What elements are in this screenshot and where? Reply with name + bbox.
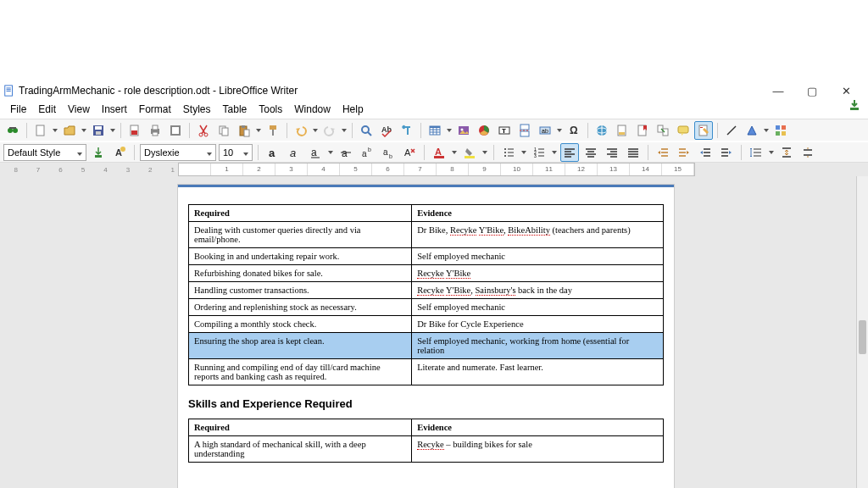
cell-evidence[interactable]: Dr Bike, Recyke Y'Bike, BikeAbility (tea… bbox=[412, 222, 664, 248]
undo-dropdown[interactable] bbox=[312, 129, 319, 132]
underline-button[interactable]: a bbox=[306, 143, 325, 162]
insert-footnote-button[interactable] bbox=[613, 121, 632, 140]
insert-bookmark-button[interactable] bbox=[633, 121, 652, 140]
cell-required[interactable]: Dealing with customer queries directly a… bbox=[189, 222, 412, 248]
font-name-combo[interactable]: Dyslexie bbox=[140, 144, 216, 161]
insert-chart-button[interactable] bbox=[475, 121, 493, 140]
clear-formatting-button[interactable]: A bbox=[400, 143, 419, 162]
redo-dropdown[interactable] bbox=[341, 129, 348, 132]
basic-shapes-button[interactable] bbox=[743, 121, 761, 140]
bullet-list-dropdown[interactable] bbox=[520, 151, 527, 154]
cell-required[interactable]: Compiling a monthly stock check. bbox=[189, 316, 412, 333]
font-color-button[interactable]: A bbox=[430, 143, 448, 162]
update-style-button[interactable] bbox=[89, 143, 108, 162]
clone-formatting-button[interactable] bbox=[264, 121, 282, 140]
open-dropdown[interactable] bbox=[81, 129, 87, 132]
outline-right-button[interactable] bbox=[675, 143, 693, 162]
insert-line-button[interactable] bbox=[722, 121, 741, 140]
menu-view[interactable]: View bbox=[63, 102, 95, 117]
cell-required[interactable]: Refurbishing donated bikes for sale. bbox=[189, 265, 412, 282]
maximize-button[interactable]: ▢ bbox=[802, 85, 822, 97]
align-left-button[interactable] bbox=[560, 143, 579, 162]
export-pdf-button[interactable] bbox=[125, 121, 144, 140]
menu-help[interactable]: Help bbox=[337, 102, 369, 117]
menu-edit[interactable]: Edit bbox=[33, 102, 61, 117]
highlight-dropdown[interactable] bbox=[481, 151, 488, 154]
bold-button[interactable]: a bbox=[264, 143, 282, 162]
menu-tools[interactable]: Tools bbox=[253, 102, 287, 117]
cell-required[interactable]: Handling customer transactions. bbox=[189, 282, 412, 299]
subscript-button[interactable]: ab bbox=[379, 143, 398, 162]
cell-evidence[interactable]: Self employed mechanic bbox=[412, 299, 664, 316]
table-row[interactable]: Handling customer transactions.Recyke Y'… bbox=[189, 282, 664, 299]
insert-field-button[interactable]: ab bbox=[536, 121, 554, 140]
table-row[interactable]: Ordering and replenishing stock as neces… bbox=[189, 299, 664, 316]
decrease-indent-button[interactable] bbox=[696, 143, 715, 162]
scrollbar-thumb[interactable] bbox=[859, 320, 866, 354]
cell-evidence[interactable]: Literate and numerate. Fast learner. bbox=[412, 359, 664, 385]
number-list-button[interactable]: 123 bbox=[530, 143, 548, 162]
table-row[interactable]: Dealing with customer queries directly a… bbox=[189, 222, 664, 248]
menu-insert[interactable]: Insert bbox=[97, 102, 132, 117]
table-row[interactable]: A high standard of mechanical skill, wit… bbox=[189, 436, 664, 463]
close-button[interactable]: ✕ bbox=[836, 85, 856, 97]
vertical-scrollbar[interactable] bbox=[856, 176, 868, 488]
redo-button[interactable] bbox=[320, 121, 339, 140]
table-row[interactable]: Booking in and undertaking repair work.S… bbox=[189, 248, 664, 265]
menu-table[interactable]: Table bbox=[218, 102, 253, 117]
find-replace-button[interactable] bbox=[3, 121, 22, 140]
cell-evidence[interactable]: Recyke – building bikes for sale bbox=[412, 436, 664, 463]
line-spacing-button[interactable] bbox=[747, 143, 765, 162]
table-row[interactable]: Compiling a monthly stock check.Dr Bike … bbox=[189, 316, 664, 333]
strikethrough-button[interactable]: a bbox=[337, 143, 355, 162]
new-dropdown[interactable] bbox=[52, 129, 58, 132]
track-changes-button[interactable] bbox=[694, 121, 713, 140]
menu-format[interactable]: Format bbox=[134, 102, 176, 117]
menu-file[interactable]: File bbox=[5, 102, 31, 117]
align-right-button[interactable] bbox=[603, 143, 621, 162]
undo-button[interactable] bbox=[292, 121, 310, 140]
font-size-combo[interactable]: 10 bbox=[219, 144, 253, 161]
paste-dropdown[interactable] bbox=[255, 129, 262, 132]
insert-comment-button[interactable] bbox=[674, 121, 693, 140]
cell-evidence[interactable]: Recyke Y'Bike, Sainsbury's back in the d… bbox=[412, 282, 664, 299]
cell-required[interactable]: A high standard of mechanical skill, wit… bbox=[189, 436, 412, 463]
formatting-marks-button[interactable] bbox=[398, 121, 416, 140]
decrease-para-spacing-button[interactable] bbox=[798, 143, 817, 162]
show-draw-functions-button[interactable] bbox=[771, 121, 790, 140]
requirements-table-1[interactable]: Required Evidence Dealing with customer … bbox=[188, 204, 664, 385]
print-preview-button[interactable] bbox=[166, 121, 185, 140]
cell-evidence[interactable]: Self employed mechanic bbox=[412, 248, 664, 265]
insert-field-dropdown[interactable] bbox=[556, 129, 563, 132]
menu-styles[interactable]: Styles bbox=[178, 102, 216, 117]
spellcheck-button[interactable]: Ab bbox=[377, 121, 396, 140]
save-dropdown[interactable] bbox=[109, 129, 116, 132]
cell-required[interactable]: Ordering and replenishing stock as neces… bbox=[189, 299, 412, 316]
cut-button[interactable] bbox=[194, 121, 213, 140]
table-row[interactable]: Running and compiling end of day till/ca… bbox=[189, 359, 664, 385]
align-center-button[interactable] bbox=[581, 143, 600, 162]
bullet-list-button[interactable] bbox=[499, 143, 518, 162]
new-style-button[interactable]: A bbox=[110, 143, 129, 162]
underline-dropdown[interactable] bbox=[327, 151, 334, 154]
cell-required[interactable]: Running and compiling end of day till/ca… bbox=[189, 359, 412, 385]
font-color-dropdown[interactable] bbox=[451, 151, 458, 154]
cell-required[interactable]: Ensuring the shop area is kept clean. bbox=[189, 333, 412, 359]
print-button[interactable] bbox=[146, 121, 164, 140]
insert-cross-ref-button[interactable] bbox=[654, 121, 672, 140]
find-toolbar-button[interactable] bbox=[357, 121, 376, 140]
highlight-button[interactable] bbox=[460, 143, 479, 162]
increase-para-spacing-button[interactable] bbox=[777, 143, 796, 162]
insert-textbox-button[interactable]: T bbox=[495, 121, 514, 140]
insert-symbol-button[interactable]: Ω bbox=[565, 121, 583, 140]
insert-table-dropdown[interactable] bbox=[446, 129, 453, 132]
superscript-button[interactable]: ab bbox=[358, 143, 376, 162]
line-spacing-dropdown[interactable] bbox=[768, 151, 775, 154]
cell-required[interactable]: Booking in and undertaking repair work. bbox=[189, 248, 412, 265]
justify-button[interactable] bbox=[624, 143, 643, 162]
horizontal-ruler[interactable]: 13121110987654321 123456789101112131415 bbox=[0, 163, 868, 176]
new-button[interactable] bbox=[31, 121, 50, 140]
cell-evidence[interactable]: Recyke Y'Bike bbox=[412, 265, 664, 282]
open-button[interactable] bbox=[60, 121, 79, 140]
insert-page-break-button[interactable] bbox=[515, 121, 534, 140]
